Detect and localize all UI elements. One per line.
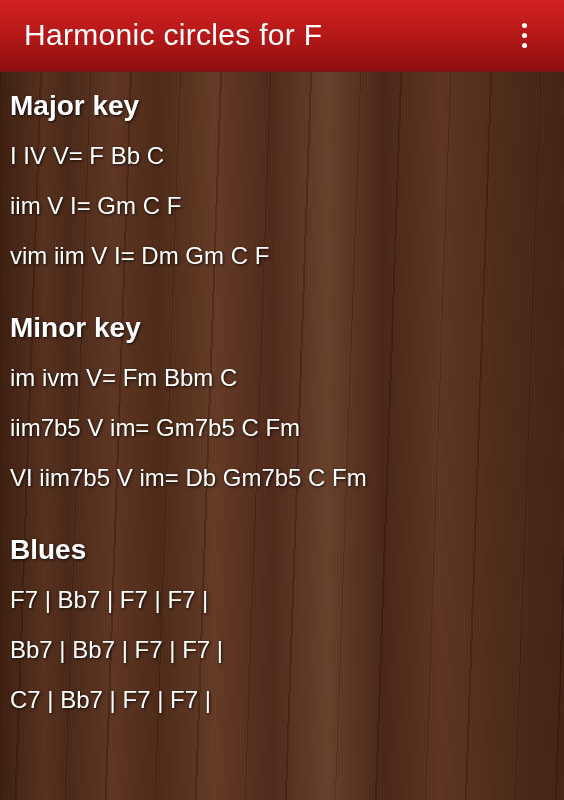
more-vert-icon <box>522 43 527 48</box>
section-heading-minor: Minor key <box>10 312 554 344</box>
content-area: Major key I IV V= F Bb C iim V I= Gm C F… <box>0 72 564 800</box>
progression-line: im ivm V= Fm Bbm C <box>10 364 554 392</box>
overflow-menu-button[interactable] <box>504 15 544 55</box>
section-heading-major: Major key <box>10 90 554 122</box>
progression-line: vim iim V I= Dm Gm C F <box>10 242 554 270</box>
more-vert-icon <box>522 33 527 38</box>
section-heading-blues: Blues <box>10 534 554 566</box>
progression-line: iim V I= Gm C F <box>10 192 554 220</box>
page-title: Harmonic circles for F <box>24 18 322 52</box>
progression-line: F7 | Bb7 | F7 | F7 | <box>10 586 554 614</box>
progression-line: Bb7 | Bb7 | F7 | F7 | <box>10 636 554 664</box>
app-header: Harmonic circles for F <box>0 0 564 72</box>
progression-line: iim7b5 V im= Gm7b5 C Fm <box>10 414 554 442</box>
progression-line: VI iim7b5 V im= Db Gm7b5 C Fm <box>10 464 554 492</box>
progression-line: I IV V= F Bb C <box>10 142 554 170</box>
progression-line: C7 | Bb7 | F7 | F7 | <box>10 686 554 714</box>
more-vert-icon <box>522 23 527 28</box>
